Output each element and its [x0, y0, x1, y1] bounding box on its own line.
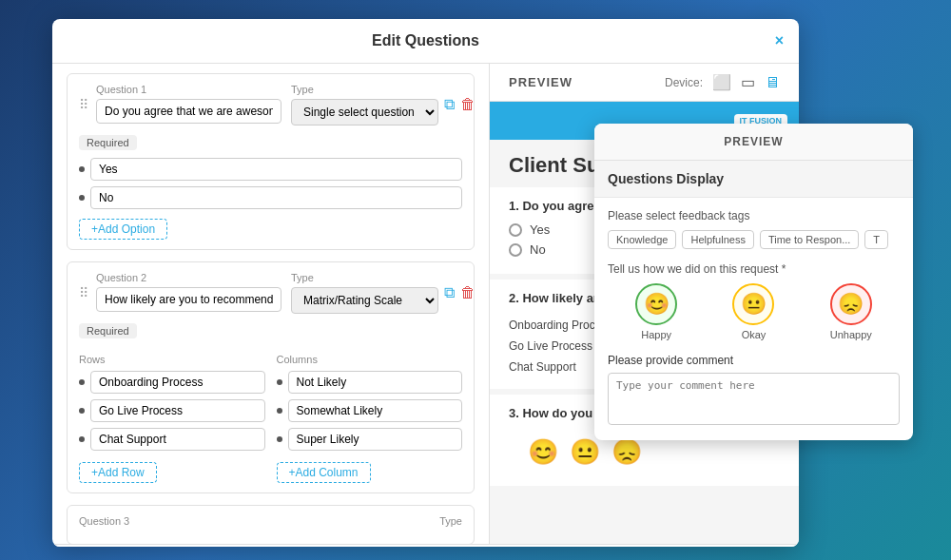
- q2-rows-label: Rows: [79, 354, 265, 365]
- sp-emoji-label: Tell us how we did on this request *: [608, 262, 900, 276]
- emoji-unhappy-item: 😞 Unhappy: [830, 283, 872, 340]
- emoji-okay-face[interactable]: 😐: [732, 283, 774, 325]
- modal-header: Edit Questions ×: [52, 19, 799, 64]
- question-block-3: Question 3 Type: [67, 505, 475, 544]
- q2-col-3: [277, 428, 463, 451]
- preview-smiley-okay: 😐: [570, 437, 600, 467]
- preview-smiley-happy: 😊: [528, 437, 558, 467]
- q1-copy-icon[interactable]: ⧉: [444, 96, 455, 113]
- drag-handle-2[interactable]: ⠿: [79, 285, 88, 300]
- q1-label-box: Question 1 Type Single select question: [96, 84, 438, 126]
- q1-type-select[interactable]: Single select question: [291, 99, 438, 126]
- q2-delete-icon[interactable]: 🗑: [460, 284, 476, 301]
- q2-row-input-3[interactable]: [90, 428, 265, 451]
- q1-actions: ⧉ 🗑: [444, 96, 476, 113]
- emoji-happy-label: Happy: [641, 329, 671, 340]
- q2-rows-cols: Rows +Add Row: [79, 354, 462, 483]
- q2-add-col-btn[interactable]: +Add Column: [277, 462, 371, 483]
- q2-col-input-2[interactable]: [288, 399, 463, 422]
- q1-number: Question 1: [96, 84, 281, 95]
- q2-type-label: Type: [291, 272, 438, 283]
- q2-col-2: [277, 399, 463, 422]
- sp-tags-label: Please select feedback tags: [608, 209, 900, 222]
- q2-col-1: [277, 371, 463, 394]
- emoji-okay-label: Okay: [742, 329, 767, 340]
- q2-col-input-1[interactable]: [288, 371, 463, 394]
- q2-cols-label: Columns: [277, 354, 463, 365]
- emoji-okay-item: 😐 Okay: [732, 283, 774, 340]
- q2-rows-section: Rows +Add Row: [79, 354, 265, 483]
- q1-input[interactable]: [96, 99, 281, 124]
- preview-smiley-unhappy: 😞: [611, 437, 642, 467]
- preview-header: PREVIEW Device: ⬜ ▭ 🖥: [490, 64, 799, 102]
- q1-opt-bullet-1: [79, 166, 85, 172]
- q2-row-2: [79, 399, 265, 422]
- drag-handle-1[interactable]: ⠿: [79, 97, 88, 112]
- sp-section-title: Questions Display: [608, 171, 724, 186]
- q3-number: Question 3: [79, 515, 129, 527]
- question-block-2: ⠿ Question 2 Type Matrix/Rating Scale: [67, 261, 475, 493]
- q1-delete-icon[interactable]: 🗑: [460, 96, 476, 113]
- preview-label: PREVIEW: [509, 75, 573, 89]
- preview-yes-label: Yes: [530, 222, 550, 237]
- q2-row-bullet-3: [79, 436, 85, 442]
- q2-col-input-3[interactable]: [288, 428, 463, 451]
- tag-helpfulness[interactable]: Helpfulness: [682, 230, 753, 249]
- q2-type-group: Type Matrix/Rating Scale: [291, 272, 438, 314]
- emoji-unhappy-label: Unhappy: [830, 329, 872, 340]
- questions-editor: ⠿ Question 1 Type Single select question: [52, 64, 490, 544]
- q1-option-input-1[interactable]: [90, 158, 462, 181]
- device-label: Device:: [665, 76, 703, 89]
- tablet-icon[interactable]: ⬜: [712, 73, 731, 91]
- sp-comment-label: Please provide comment: [608, 354, 900, 367]
- q1-type-group: Type Single select question: [291, 84, 438, 126]
- modal-title: Edit Questions: [372, 32, 479, 48]
- q2-row-1: [79, 371, 265, 394]
- tag-knowledge[interactable]: Knowledge: [608, 230, 676, 249]
- close-button[interactable]: ×: [775, 32, 784, 49]
- desktop-icon[interactable]: 🖥: [765, 74, 780, 91]
- sp-section: Questions Display: [594, 161, 913, 198]
- sp-body: Please select feedback tags Knowledge He…: [594, 198, 913, 440]
- bottom-bar: Previous Save & Next: [52, 544, 799, 547]
- q1-type-label: Type: [291, 84, 438, 95]
- emoji-unhappy-face[interactable]: 😞: [830, 283, 872, 325]
- emoji-happy-face[interactable]: 😊: [635, 283, 677, 325]
- q1-label-group: Question 1: [96, 84, 281, 124]
- q2-row-3: [79, 428, 265, 451]
- q2-required: Required: [79, 323, 137, 338]
- q2-copy-icon[interactable]: ⧉: [444, 284, 455, 301]
- sp-header: PREVIEW: [594, 124, 913, 161]
- q2-cols-section: Columns +Add Column: [277, 354, 463, 483]
- radio-yes: [509, 223, 522, 237]
- q2-input[interactable]: [96, 287, 281, 312]
- q1-option-yes: [79, 158, 462, 181]
- tablet-landscape-icon[interactable]: ▭: [741, 73, 755, 91]
- sp-tags-row: Knowledge Helpfulness Time to Respon... …: [608, 230, 900, 249]
- q2-add-row-btn[interactable]: +Add Row: [79, 462, 157, 483]
- q1-add-option-btn[interactable]: +Add Option: [79, 219, 167, 240]
- q2-actions: ⧉ 🗑: [444, 284, 476, 301]
- q2-row-bullet-1: [79, 379, 85, 385]
- q2-label-group: Question 2: [96, 272, 281, 312]
- device-icons: Device: ⬜ ▭ 🖥: [665, 73, 780, 91]
- q2-col-bullet-2: [277, 408, 282, 414]
- q1-opt-bullet-2: [79, 195, 85, 201]
- sp-emoji-row: 😊 Happy 😐 Okay 😞 Unhappy: [608, 283, 900, 340]
- q3-header: Question 3 Type: [79, 515, 462, 527]
- q3-type-label: Type: [439, 515, 462, 527]
- tag-time[interactable]: Time to Respon...: [760, 230, 859, 249]
- q3-label-group: Question 3: [79, 515, 129, 527]
- q2-row-bullet-2: [79, 408, 85, 414]
- sp-comment-box[interactable]: [608, 373, 900, 425]
- q2-row-input-1[interactable]: [90, 371, 265, 394]
- tag-other[interactable]: T: [864, 230, 888, 249]
- q2-row-input-2[interactable]: [90, 399, 265, 422]
- q2-type-select[interactable]: Matrix/Rating Scale: [291, 287, 438, 314]
- q1-option-input-2[interactable]: [90, 186, 462, 209]
- side-preview-panel: PREVIEW Questions Display Please select …: [594, 124, 913, 440]
- q1-header: ⠿ Question 1 Type Single select question: [79, 84, 462, 126]
- question-block-1: ⠿ Question 1 Type Single select question: [67, 73, 475, 250]
- q2-header: ⠿ Question 2 Type Matrix/Rating Scale: [79, 272, 462, 314]
- q2-number: Question 2: [96, 272, 281, 283]
